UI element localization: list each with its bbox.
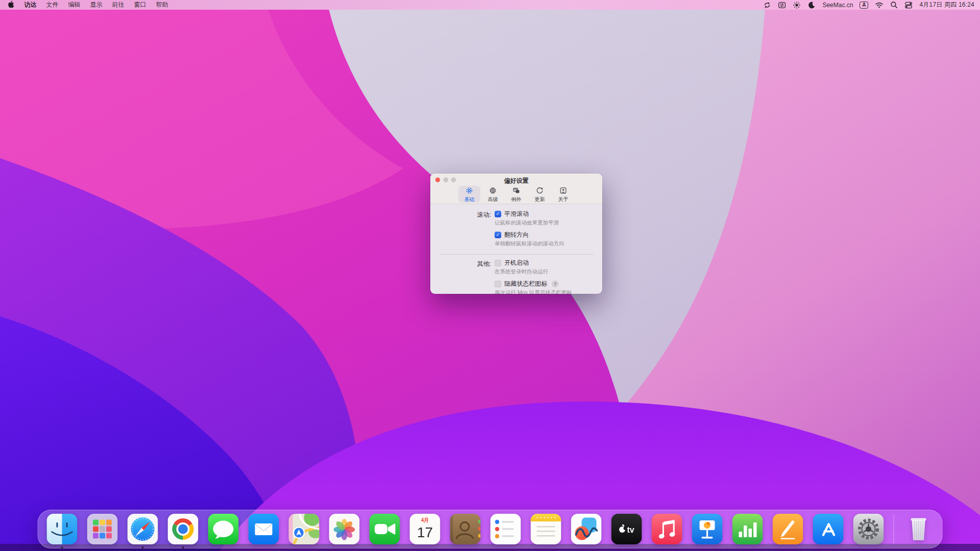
menu-go[interactable]: 前往	[107, 0, 129, 10]
wifi-icon[interactable]	[875, 1, 884, 9]
dock-item-finder[interactable]	[47, 514, 78, 544]
setting-description: 在系统登录时自动运行	[495, 268, 602, 276]
dock-item-calendar[interactable]: 4月 17	[410, 514, 440, 544]
appstore-icon	[813, 514, 844, 544]
section-other: 其他: 开机启动 在系统登录时自动运行 隐藏状态栏图标 ?	[430, 259, 602, 294]
calendar-icon: 4月 17	[410, 514, 440, 544]
setting-title[interactable]: 翻转方向	[504, 231, 529, 239]
dock-item-photos[interactable]	[329, 514, 360, 544]
update-icon	[536, 187, 544, 196]
tab-exceptions[interactable]: 例外	[505, 186, 527, 203]
pages-icon	[773, 514, 803, 544]
finder-icon	[47, 514, 78, 544]
menu-bar-status: SeeMac.cn A	[763, 0, 980, 10]
dock-item-mos[interactable]	[571, 514, 602, 544]
focus-moon-icon[interactable]	[807, 1, 816, 9]
setting-title[interactable]: 隐藏状态栏图标	[504, 280, 547, 288]
setting-title[interactable]: 开机启动	[504, 259, 529, 267]
tab-basic[interactable]: 基础	[458, 186, 480, 203]
dock-item-notes[interactable]	[531, 514, 561, 544]
music-icon	[652, 514, 682, 544]
dock-item-launchpad[interactable]	[87, 514, 118, 544]
search-icon[interactable]	[890, 1, 898, 9]
dock-item-maps[interactable]	[289, 514, 320, 544]
tab-label: 高级	[488, 197, 498, 202]
menu-window[interactable]: 窗口	[129, 0, 151, 10]
input-method-indicator[interactable]: A	[860, 2, 868, 9]
keynote-icon	[692, 514, 723, 544]
maps-icon	[289, 514, 320, 544]
setting-title[interactable]: 平滑滚动	[504, 210, 529, 218]
dock-item-system-preferences[interactable]	[853, 514, 884, 544]
dock-item-mail[interactable]	[249, 514, 279, 544]
running-indicator	[142, 546, 144, 548]
menubar-clock[interactable]: 4月17日 周四 16:24	[919, 0, 974, 10]
input-switch-icon[interactable]	[778, 1, 786, 9]
checkbox-smooth-scroll[interactable]: ✓	[495, 211, 501, 217]
preferences-window: 偏好设置 基础	[430, 173, 602, 294]
dock-item-safari[interactable]	[128, 514, 158, 544]
reminders-icon	[491, 514, 521, 544]
dock-item-appstore[interactable]	[813, 514, 844, 544]
running-indicator	[182, 546, 184, 548]
tab-label: 例外	[511, 197, 522, 202]
setting-launch-at-login: 开机启动 在系统登录时自动运行	[495, 259, 602, 276]
dock-item-pages[interactable]	[773, 514, 803, 544]
menu-bar-left: 访达 文件 编辑 显示 前往 窗口 帮助	[0, 0, 173, 10]
mos-swirl-icon[interactable]	[763, 1, 771, 9]
tab-advanced[interactable]: 高级	[482, 186, 504, 203]
setting-description: 再次运行 Mos 以显示状态栏图标	[495, 289, 602, 294]
gear-icon	[465, 187, 473, 196]
menu-app-finder[interactable]: 访达	[19, 0, 41, 10]
setting-reverse-direction: ✓ 翻转方向 单独翻转鼠标滚动的滚动方向	[495, 231, 602, 247]
photos-icon	[329, 514, 360, 544]
menu-file[interactable]: 文件	[41, 0, 63, 10]
section-scroll: 滚动: ✓ 平滑滚动 让鼠标的滚动效果更加平滑 ✓ 翻转方向	[430, 210, 602, 252]
setting-hide-status-icon: 隐藏状态栏图标 ? 再次运行 Mos 以显示状态栏图标	[495, 280, 602, 294]
brand-text[interactable]: SeeMac.cn	[822, 0, 853, 10]
menu-view[interactable]: 显示	[85, 0, 107, 10]
tab-label: 基础	[464, 197, 475, 202]
tab-update[interactable]: 更新	[529, 186, 551, 203]
toolbar-tabs: 基础 高级	[430, 186, 602, 203]
dock-item-appletv[interactable]: tv	[611, 514, 642, 544]
menu-help[interactable]: 帮助	[151, 0, 173, 10]
checkbox-hide-status-icon[interactable]	[495, 281, 501, 287]
windows-icon	[512, 187, 520, 196]
dock-item-messages[interactable]	[208, 514, 239, 544]
dock-item-facetime[interactable]	[370, 514, 400, 544]
menu-edit[interactable]: 编辑	[63, 0, 85, 10]
setting-description: 让鼠标的滚动效果更加平滑	[495, 219, 602, 227]
chip-icon	[489, 187, 497, 196]
apple-menu[interactable]	[7, 0, 19, 10]
about-icon	[559, 187, 567, 196]
setting-description: 单独翻转鼠标滚动的滚动方向	[495, 240, 602, 247]
tab-about[interactable]: 关于	[552, 186, 574, 203]
window-title: 偏好设置	[430, 177, 602, 185]
checkbox-reverse-direction[interactable]: ✓	[495, 232, 501, 238]
dock-item-music[interactable]	[652, 514, 682, 544]
menu-bar: 访达 文件 编辑 显示 前往 窗口 帮助	[0, 0, 980, 10]
facetime-icon	[370, 514, 400, 544]
section-label: 滚动:	[430, 210, 495, 252]
svg-text:17: 17	[417, 524, 433, 540]
section-label: 其他:	[430, 259, 495, 294]
dock-item-keynote[interactable]	[692, 514, 723, 544]
appletv-icon: tv	[611, 514, 642, 544]
dock-item-numbers[interactable]	[732, 514, 763, 544]
svg-text:tv: tv	[627, 525, 634, 534]
dock-item-reminders[interactable]	[491, 514, 521, 544]
dock-item-contacts[interactable]	[450, 514, 481, 544]
control-center-icon[interactable]	[904, 1, 913, 9]
dock-item-trash[interactable]	[904, 514, 934, 544]
checkbox-launch-at-login[interactable]	[495, 260, 501, 266]
chrome-icon	[168, 514, 199, 544]
window-titlebar[interactable]: 偏好设置 基础	[430, 173, 602, 204]
help-button[interactable]: ?	[552, 281, 558, 287]
brightness-icon[interactable]	[793, 1, 801, 9]
mail-icon	[249, 514, 279, 544]
launchpad-icon	[87, 514, 118, 544]
dock-item-chrome[interactable]	[168, 514, 199, 544]
messages-icon	[208, 514, 239, 544]
contacts-icon	[450, 514, 481, 544]
